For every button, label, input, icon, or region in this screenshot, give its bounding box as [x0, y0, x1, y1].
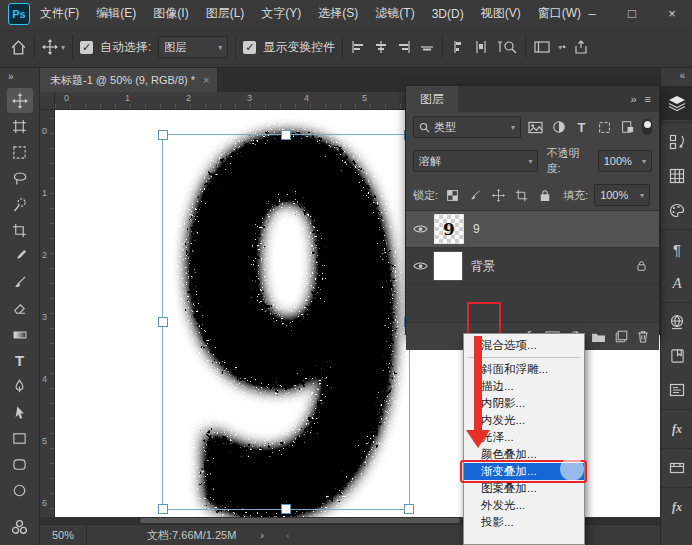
share-icon[interactable] [573, 39, 589, 55]
lock-pixels-icon[interactable] [467, 187, 484, 204]
move-tool-icon[interactable] [7, 88, 33, 113]
libraries-panel-dock-icon[interactable] [661, 339, 692, 373]
status-prev-icon[interactable]: ‹ [286, 529, 290, 541]
menu-item-outer-glow[interactable]: 外发光... [464, 497, 584, 514]
ellipse-tool-icon[interactable] [7, 478, 33, 503]
filter-type-layers-icon[interactable]: T [573, 119, 590, 136]
rectangle-tool-icon[interactable] [7, 426, 33, 451]
menu-view[interactable]: 视图(V) [481, 5, 521, 22]
menu-item-inner-glow[interactable]: 内发光... [464, 412, 584, 429]
layers-panel-tab[interactable]: 图层 [406, 86, 458, 112]
auto-select-checkbox[interactable]: ✓ [80, 41, 93, 54]
layer-row-9[interactable]: 9 9 [406, 211, 659, 248]
lock-artboard-icon[interactable] [513, 187, 530, 204]
filter-pixel-layers-icon[interactable] [527, 119, 544, 136]
home-icon[interactable] [10, 39, 27, 56]
artboard-tool-icon[interactable] [7, 114, 33, 139]
layers-panel-dock-icon[interactable] [661, 86, 692, 120]
menu-file[interactable]: 文件(F) [40, 5, 79, 22]
scrollbar-thumb[interactable] [140, 518, 460, 523]
transform-handle-bottom-mid[interactable] [281, 504, 291, 514]
menu-item-stroke[interactable]: 描边... [464, 378, 584, 395]
menu-item-drop-shadow[interactable]: 投影... [464, 514, 584, 531]
pen-tool-icon[interactable] [7, 374, 33, 399]
fill-field[interactable]: 100% ▾ [594, 184, 650, 206]
quick-selection-tool-icon[interactable] [7, 192, 33, 217]
eyedropper-tool-icon[interactable] [7, 244, 33, 269]
brush-tool-icon[interactable] [7, 270, 33, 295]
panel-menu-icon[interactable]: ≡ [645, 93, 651, 105]
move-tool-options-icon[interactable]: ▾ [42, 39, 65, 55]
glyphs-panel-dock-icon[interactable] [661, 305, 692, 339]
tab-close-icon[interactable]: × [203, 74, 209, 86]
direct-selection-tool-icon[interactable] [7, 400, 33, 425]
menu-edit[interactable]: 编辑(E) [96, 5, 136, 22]
close-button[interactable]: × [652, 6, 692, 21]
transform-handle-top-mid[interactable] [281, 130, 291, 140]
menu-item-pattern-overlay[interactable]: 图案叠加... [464, 480, 584, 497]
layer-thumbnail[interactable] [434, 252, 462, 280]
status-next-icon[interactable]: › [260, 529, 264, 541]
new-layer-icon[interactable] [615, 330, 628, 343]
eraser-tool-icon[interactable] [7, 296, 33, 321]
menu-image[interactable]: 图像(I) [153, 5, 188, 22]
visibility-eye-icon[interactable] [406, 224, 434, 234]
grid-panel-dock-icon[interactable] [661, 159, 692, 193]
effects-panel-dock-icon[interactable]: fx [661, 490, 692, 524]
edit-toolbar-icon[interactable] [6, 515, 32, 540]
menu-type[interactable]: 文字(Y) [261, 5, 301, 22]
swatches-panel-dock-icon[interactable] [661, 193, 692, 227]
distribute-vertical-icon[interactable] [450, 39, 466, 55]
filter-adjustment-layers-icon[interactable] [550, 119, 567, 136]
rounded-rectangle-tool-icon[interactable] [7, 452, 33, 477]
styles-panel-dock-icon[interactable]: fx [661, 412, 692, 446]
dock-collapse-icon[interactable]: « [661, 68, 692, 86]
panel-collapse-icon[interactable]: » [630, 93, 636, 105]
auto-select-target-dropdown[interactable]: 图层 ▾ [158, 36, 228, 58]
transform-handle-top-left[interactable] [158, 130, 168, 140]
filter-toggle-switch[interactable] [642, 119, 652, 135]
lasso-tool-icon[interactable] [7, 166, 33, 191]
layer-row-background[interactable]: 背景 [406, 248, 659, 285]
character-panel-dock-icon[interactable]: A [661, 266, 692, 300]
gradient-tool-icon[interactable] [7, 322, 33, 347]
properties-panel-dock-icon[interactable] [661, 373, 692, 407]
new-group-icon[interactable] [591, 331, 606, 343]
menu-item-blending-options[interactable]: 混合选项... [464, 337, 584, 354]
align-right-icon[interactable] [396, 39, 412, 55]
crop-tool-icon[interactable] [7, 218, 33, 243]
marquee-tool-icon[interactable] [7, 140, 33, 165]
zoom-level-field[interactable]: 50% [40, 525, 87, 545]
workspace-chevron-icon[interactable]: ▾• [558, 42, 565, 52]
document-tab[interactable]: 未标题-1 @ 50% (9, RGB/8) * × [40, 68, 217, 92]
paragraph-panel-dock-icon[interactable]: ¶ [661, 232, 692, 266]
delete-layer-icon[interactable] [637, 330, 649, 343]
transform-handle-bottom-left[interactable] [158, 504, 168, 514]
show-transform-checkbox[interactable]: ✓ [243, 41, 256, 54]
type-tool-icon[interactable]: T [7, 348, 33, 373]
layer-thumbnail[interactable]: 9 [434, 214, 464, 244]
filter-shape-layers-icon[interactable] [596, 119, 613, 136]
menu-filter[interactable]: 滤镜(T) [375, 5, 414, 22]
workspace-icon[interactable] [533, 39, 551, 55]
transform-bounding-box[interactable] [162, 134, 410, 510]
menu-layer[interactable]: 图层(L) [206, 5, 245, 22]
align-left-icon[interactable] [350, 39, 366, 55]
menu-item-inner-shadow[interactable]: 内阴影... [464, 395, 584, 412]
maximize-button[interactable]: □ [612, 6, 652, 21]
transform-handle-bottom-right[interactable] [404, 504, 414, 514]
lock-all-icon[interactable] [536, 187, 553, 204]
filter-smart-object-icon[interactable] [619, 119, 636, 136]
distribute-horizontal-icon[interactable] [473, 39, 489, 55]
lock-transparency-icon[interactable] [444, 187, 461, 204]
blend-mode-dropdown[interactable]: 溶解 ▾ [413, 150, 538, 172]
layer-name[interactable]: 9 [473, 222, 480, 236]
menu-select[interactable]: 选择(S) [318, 5, 358, 22]
menu-item-bevel-emboss[interactable]: 斜面和浮雕... [464, 361, 584, 378]
history-panel-dock-icon[interactable] [661, 125, 692, 159]
menu-3d[interactable]: 3D(D) [432, 7, 464, 21]
align-top-icon[interactable] [419, 39, 435, 55]
layer-name[interactable]: 背景 [471, 258, 495, 275]
transform-handle-left-mid[interactable] [158, 317, 168, 327]
opacity-field[interactable]: 100% ▾ [598, 150, 652, 172]
